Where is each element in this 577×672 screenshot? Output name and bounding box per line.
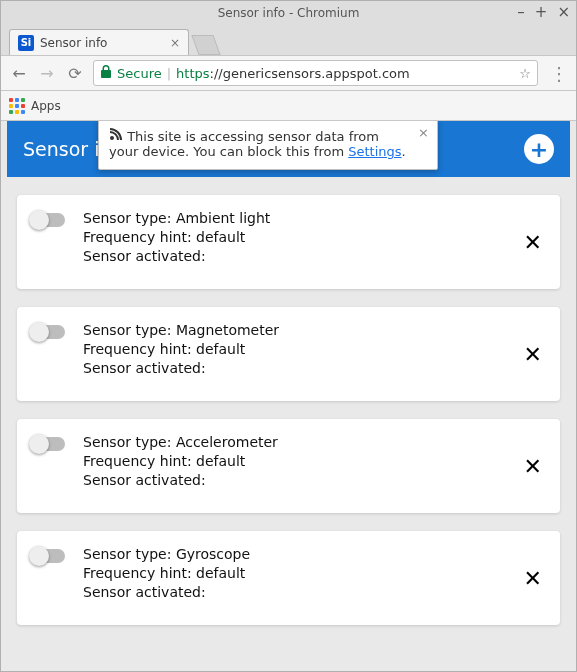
infobar-text: This site is accessing sensor data from … <box>109 129 406 159</box>
broadcast-icon <box>109 127 123 144</box>
remove-sensor-icon[interactable]: ✕ <box>524 342 542 367</box>
window-close-icon[interactable]: × <box>557 3 570 21</box>
sensor-card: Sensor type: Gyroscope Frequency hint: d… <box>17 531 560 625</box>
browser-tab[interactable]: Si Sensor info × <box>9 29 189 55</box>
window-titlebar: Sensor info - Chromium – + × <box>1 1 576 25</box>
sensor-toggle[interactable] <box>31 549 65 563</box>
sensor-text: Sensor type: Magnetometer Frequency hint… <box>83 321 279 378</box>
sensor-toggle[interactable] <box>31 325 65 339</box>
window-controls: – + × <box>517 3 570 21</box>
back-button[interactable]: ← <box>9 64 29 83</box>
plus-icon: + <box>530 137 548 162</box>
reload-button[interactable]: ⟳ <box>65 64 85 83</box>
bookmarks-bar: Apps <box>1 91 576 121</box>
page-viewport: This site is accessing sensor data from … <box>1 121 576 671</box>
browser-menu-icon[interactable]: ⋮ <box>550 63 568 84</box>
favicon: Si <box>18 35 34 51</box>
add-sensor-button[interactable]: + <box>524 134 554 164</box>
apps-icon[interactable] <box>9 98 25 114</box>
infobar-close-icon[interactable]: × <box>418 125 429 140</box>
sensor-card: Sensor type: Accelerometer Frequency hin… <box>17 419 560 513</box>
svg-point-0 <box>110 136 114 140</box>
sensor-toggle[interactable] <box>31 437 65 451</box>
bookmark-star-icon[interactable]: ☆ <box>519 66 531 81</box>
sensor-card: Sensor type: Ambient light Frequency hin… <box>17 195 560 289</box>
secure-label: Secure <box>117 66 162 81</box>
new-tab-button[interactable] <box>191 35 220 55</box>
window-min-icon[interactable]: – <box>517 3 525 21</box>
remove-sensor-icon[interactable]: ✕ <box>524 454 542 479</box>
sensor-text: Sensor type: Ambient light Frequency hin… <box>83 209 270 266</box>
apps-label[interactable]: Apps <box>31 99 61 113</box>
permission-infobar: This site is accessing sensor data from … <box>98 121 438 170</box>
remove-sensor-icon[interactable]: ✕ <box>524 230 542 255</box>
sensor-list: Sensor type: Ambient light Frequency hin… <box>7 177 570 643</box>
settings-link[interactable]: Settings <box>348 144 401 159</box>
window-title: Sensor info - Chromium <box>218 6 360 20</box>
sensor-text: Sensor type: Accelerometer Frequency hin… <box>83 433 278 490</box>
sensor-card: Sensor type: Magnetometer Frequency hint… <box>17 307 560 401</box>
forward-button[interactable]: → <box>37 64 57 83</box>
lock-icon <box>100 65 112 82</box>
tab-close-icon[interactable]: × <box>170 36 180 50</box>
sensor-text: Sensor type: Gyroscope Frequency hint: d… <box>83 545 250 602</box>
tab-strip: Si Sensor info × <box>1 25 576 55</box>
os-window: Sensor info - Chromium – + × Si Sensor i… <box>0 0 577 672</box>
tab-title: Sensor info <box>40 36 107 50</box>
url-text: https://genericsensors.appspot.com <box>176 66 410 81</box>
browser-toolbar: ← → ⟳ Secure | https://genericsensors.ap… <box>1 55 576 91</box>
sensor-toggle[interactable] <box>31 213 65 227</box>
remove-sensor-icon[interactable]: ✕ <box>524 566 542 591</box>
address-bar[interactable]: Secure | https://genericsensors.appspot.… <box>93 60 538 86</box>
window-max-icon[interactable]: + <box>535 3 548 21</box>
